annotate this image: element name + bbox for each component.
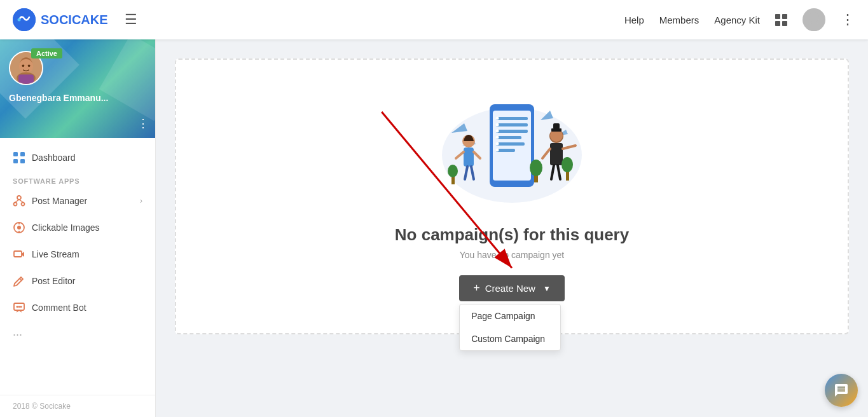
sidebar-item-more: ··· <box>0 321 155 348</box>
live-stream-icon <box>13 248 25 261</box>
svg-point-43 <box>496 117 499 120</box>
sidebar-item-post-manager-label: Post Manager <box>32 196 87 206</box>
user-name: Gbenegbara Emmanu... <box>9 93 108 103</box>
create-new-dropdown: Page Campaign Custom Campaign <box>459 304 561 351</box>
empty-subtitle: You have no campaign yet <box>460 250 565 260</box>
svg-point-67 <box>561 157 573 172</box>
svg-point-15 <box>17 196 21 200</box>
hamburger-button[interactable]: ☰ <box>121 8 141 32</box>
svg-rect-42 <box>496 149 515 152</box>
svg-rect-24 <box>14 251 22 257</box>
sidebar-item-post-manager[interactable]: Post Manager › <box>0 188 155 214</box>
post-manager-arrow: › <box>140 196 142 205</box>
svg-point-28 <box>18 306 20 308</box>
grid-apps-icon[interactable] <box>775 14 787 26</box>
svg-rect-50 <box>464 147 474 167</box>
svg-rect-37 <box>496 117 528 120</box>
svg-rect-13 <box>13 159 18 163</box>
svg-point-29 <box>20 306 22 308</box>
agency-kit-link[interactable]: Agency Kit <box>714 15 760 25</box>
sidebar-item-live-stream[interactable]: Live Stream <box>0 241 155 268</box>
svg-point-27 <box>17 306 18 308</box>
sidebar: Active Gbenegbara Emmanu... ⋮ Dashboard <box>0 39 156 417</box>
more-items-dots: ··· <box>13 328 22 341</box>
empty-title: No campaign(s) for this query <box>395 225 629 245</box>
sidebar-item-dashboard[interactable]: Dashboard <box>0 144 155 171</box>
svg-point-65 <box>530 160 542 176</box>
sidebar-item-clickable-images-label: Clickable Images <box>32 222 100 233</box>
chat-widget[interactable] <box>825 374 858 407</box>
logo-text: SOCICAKE <box>41 13 108 27</box>
create-new-button[interactable]: + Create New ▼ <box>459 275 565 301</box>
svg-point-9 <box>28 64 31 67</box>
svg-point-2 <box>809 12 819 22</box>
svg-point-21 <box>17 226 21 229</box>
empty-state-card: No campaign(s) for this query You have n… <box>175 58 849 334</box>
svg-point-17 <box>22 203 25 206</box>
svg-rect-14 <box>20 159 25 163</box>
sidebar-item-comment-bot[interactable]: Comment Bot <box>0 294 155 321</box>
svg-rect-40 <box>496 136 521 139</box>
sidebar-item-dashboard-label: Dashboard <box>32 153 76 163</box>
svg-rect-39 <box>496 130 528 133</box>
svg-point-16 <box>14 203 17 206</box>
create-new-label: Create New <box>485 283 535 294</box>
svg-rect-11 <box>13 152 18 156</box>
svg-point-69 <box>448 165 458 177</box>
svg-point-44 <box>496 123 499 126</box>
user-active-badge: Active <box>31 48 62 58</box>
sidebar-item-comment-bot-label: Comment Bot <box>32 303 86 313</box>
svg-point-46 <box>496 136 499 139</box>
svg-line-18 <box>15 200 19 202</box>
help-link[interactable]: Help <box>624 15 644 25</box>
sidebar-item-post-editor[interactable]: Post Editor <box>0 268 155 294</box>
svg-line-19 <box>19 200 23 202</box>
svg-rect-56 <box>550 143 563 165</box>
illustration <box>417 85 607 212</box>
body-layout: Active Gbenegbara Emmanu... ⋮ Dashboard <box>0 39 868 417</box>
sidebar-item-post-editor-label: Post Editor <box>32 276 75 286</box>
user-avatar-wrap: Active <box>9 51 43 85</box>
svg-point-8 <box>22 64 25 67</box>
svg-rect-10 <box>18 74 34 84</box>
topnav: SOCICAKE ☰ Help Members Agency Kit ⋮ <box>0 0 868 39</box>
svg-point-48 <box>496 149 499 152</box>
svg-rect-38 <box>496 123 528 126</box>
logo-icon <box>13 8 36 31</box>
user-card: Active Gbenegbara Emmanu... ⋮ <box>0 39 155 138</box>
sidebar-item-live-stream-label: Live Stream <box>32 249 79 259</box>
dashboard-icon <box>13 151 25 164</box>
sidebar-section-label: SOFTWARE APPS <box>0 171 155 188</box>
plus-icon: + <box>473 282 480 295</box>
user-card-menu-dots[interactable]: ⋮ <box>137 116 149 130</box>
sidebar-nav: Dashboard SOFTWARE APPS Post Manager › <box>0 138 155 395</box>
members-link[interactable]: Members <box>659 15 699 25</box>
avatar[interactable] <box>803 8 825 31</box>
svg-line-25 <box>20 278 22 280</box>
svg-rect-41 <box>496 142 525 146</box>
sidebar-footer: 2018 © Socicake <box>0 395 155 417</box>
topnav-right: Help Members Agency Kit ⋮ <box>624 8 855 31</box>
svg-point-47 <box>496 142 499 146</box>
svg-point-45 <box>496 130 499 133</box>
svg-point-3 <box>806 23 822 31</box>
caret-down-icon: ▼ <box>543 284 551 293</box>
svg-point-1 <box>18 18 21 22</box>
svg-rect-12 <box>20 152 25 156</box>
post-editor-icon <box>13 275 25 287</box>
main-content: No campaign(s) for this query You have n… <box>156 39 868 417</box>
comment-bot-icon <box>13 301 25 314</box>
logo[interactable]: SOCICAKE <box>13 8 108 31</box>
svg-rect-63 <box>553 123 560 129</box>
create-new-wrapper: + Create New ▼ Page Campaign Custom Camp… <box>459 275 565 301</box>
clickable-images-icon <box>13 221 25 234</box>
dropdown-item-custom-campaign[interactable]: Custom Campaign <box>460 327 560 350</box>
sidebar-item-clickable-images[interactable]: Clickable Images <box>0 214 155 241</box>
more-options-icon[interactable]: ⋮ <box>841 11 855 28</box>
post-manager-icon <box>13 195 25 207</box>
dropdown-item-page-campaign[interactable]: Page Campaign <box>460 304 560 327</box>
